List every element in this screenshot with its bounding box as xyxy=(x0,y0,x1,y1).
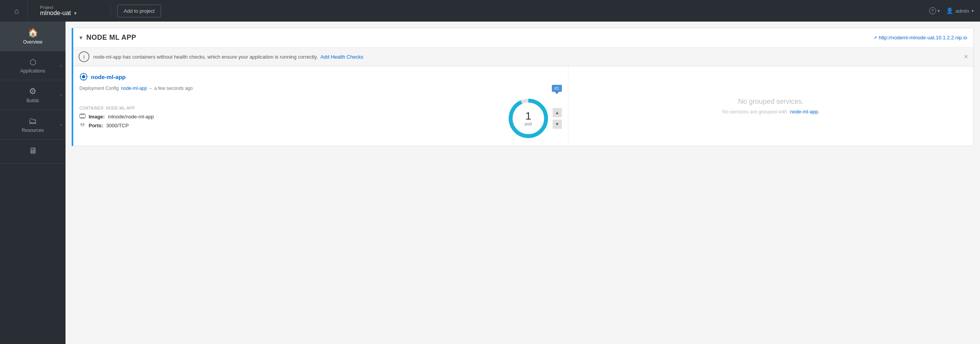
container-section: CONTAINER: NODE-ML-APP Image: xyxy=(79,97,562,140)
home-icon: ⌂ xyxy=(14,7,19,15)
app-url: http://nodeml-mlnode-uat.10.1.2.2.nip.io xyxy=(879,35,967,40)
overview-icon: 🏠 xyxy=(28,28,38,38)
image-label: Image: xyxy=(89,114,105,120)
external-link-icon: ↗ xyxy=(873,35,877,40)
collapse-icon[interactable]: ▾ xyxy=(79,34,82,41)
builds-arrow-icon: › xyxy=(61,93,62,97)
pod-circle: 1 pod xyxy=(507,97,550,140)
sidebar-item-builds[interactable]: ⚙ Builds › xyxy=(0,80,66,110)
sidebar-item-storage[interactable]: 🖥 xyxy=(0,140,66,164)
deployment-config-icon xyxy=(79,73,88,81)
top-nav: ⌂ Project mlnode-uat ▾ Add to project ? … xyxy=(0,0,980,22)
user-avatar-icon: 👤 xyxy=(946,7,953,14)
sidebar-item-overview-label: Overview xyxy=(23,39,42,45)
help-button[interactable]: ? ▾ xyxy=(929,7,940,14)
project-chevron-icon: ▾ xyxy=(74,10,77,16)
pod-circle-text: 1 pod xyxy=(525,111,532,126)
user-name: admin xyxy=(956,8,969,14)
sidebar-item-applications[interactable]: ⬡ Applications › xyxy=(0,51,66,80)
applications-arrow-icon: › xyxy=(61,64,62,68)
project-selector[interactable]: Project mlnode-uat ▾ xyxy=(34,5,111,17)
applications-icon: ⬡ xyxy=(30,57,36,67)
user-chevron-icon: ▾ xyxy=(972,8,974,13)
app-body: node-ml-app Deployment Config node-ml-ap… xyxy=(73,66,973,146)
no-grouped-services-text: No services are grouped with xyxy=(722,109,787,115)
app-external-link[interactable]: ↗ http://nodeml-mlnode-uat.10.1.2.2.nip.… xyxy=(873,35,967,40)
container-label: CONTAINER: NODE-ML-APP xyxy=(79,106,499,110)
ports-icon xyxy=(79,122,86,129)
deployment-panel: node-ml-app Deployment Config node-ml-ap… xyxy=(73,66,568,146)
ports-value: 3000/TCP xyxy=(106,123,129,128)
app-title: NODE ML APP xyxy=(86,34,873,42)
resources-arrow-icon: › xyxy=(61,123,62,127)
warning-text: node-ml-app has containers without healt… xyxy=(93,54,960,60)
sidebar-item-applications-label: Applications xyxy=(20,68,45,74)
project-name: mlnode-uat ▾ xyxy=(40,10,104,17)
no-grouped-services-link[interactable]: node-ml-app. xyxy=(790,109,820,115)
app-card-header: ▾ NODE ML APP ↗ http://nodeml-mlnode-uat… xyxy=(73,28,973,47)
image-icon xyxy=(79,113,86,120)
deployment-time: a few seconds ago xyxy=(154,86,193,91)
deployment-config-label: Deployment Config xyxy=(79,86,119,91)
add-health-checks-link[interactable]: Add Health Checks xyxy=(320,54,363,60)
deployment-title: node-ml-app xyxy=(79,73,562,81)
image-row: Image: mlnode/node-ml-app xyxy=(79,113,499,120)
warning-message: node-ml-app has containers without healt… xyxy=(93,54,318,60)
project-label: Project xyxy=(40,5,104,10)
builds-icon: ⚙ xyxy=(29,86,37,96)
app-card: ▾ NODE ML APP ↗ http://nodeml-mlnode-uat… xyxy=(72,28,974,146)
deployment-separator: – xyxy=(149,86,152,91)
info-icon: i xyxy=(79,51,89,62)
ports-label: Ports: xyxy=(89,123,103,128)
deployment-name-link[interactable]: node-ml-app xyxy=(91,74,126,80)
pod-scale-up-button[interactable]: ▲ xyxy=(553,108,562,117)
sidebar: 🏠 Overview ⬡ Applications › ⚙ Builds › 🗂… xyxy=(0,22,66,344)
pod-label: pod xyxy=(525,121,532,126)
project-name-text: mlnode-uat xyxy=(40,10,71,17)
container-info: CONTAINER: NODE-ML-APP Image: xyxy=(79,106,499,131)
deployment-config-link[interactable]: node-ml-app xyxy=(121,86,147,91)
main-content: ▾ NODE ML APP ↗ http://nodeml-mlnode-uat… xyxy=(66,22,980,344)
deployment-meta: Deployment Config node-ml-app – a few se… xyxy=(79,85,562,92)
home-button[interactable]: ⌂ xyxy=(6,0,28,22)
image-value: mlnode/node-ml-app xyxy=(108,114,154,120)
sidebar-item-overview[interactable]: 🏠 Overview xyxy=(0,22,66,51)
add-to-project-button[interactable]: Add to project xyxy=(117,5,161,17)
pod-controls: ▲ ▼ xyxy=(553,108,562,129)
sidebar-item-resources[interactable]: 🗂 Resources › xyxy=(0,110,66,140)
user-menu[interactable]: 👤 admin ▾ xyxy=(946,7,974,14)
pod-circle-wrapper: 1 pod ▲ ▼ xyxy=(507,97,562,140)
warning-banner: i node-ml-app has containers without hea… xyxy=(73,47,973,66)
no-grouped-services-title: No grouped services. xyxy=(738,98,803,106)
ports-row: Ports: 3000/TCP xyxy=(79,122,499,129)
resources-icon: 🗂 xyxy=(29,116,37,126)
svg-point-1 xyxy=(82,75,85,78)
build-number-badge: #1 xyxy=(552,85,562,92)
storage-icon: 🖥 xyxy=(29,146,37,156)
pod-scale-down-button[interactable]: ▼ xyxy=(553,120,562,129)
sidebar-item-builds-label: Builds xyxy=(27,98,39,103)
help-chevron-icon: ▾ xyxy=(938,8,940,13)
warning-close-button[interactable]: × xyxy=(964,53,968,60)
help-circle-icon: ? xyxy=(929,7,936,14)
services-panel: No grouped services. No services are gro… xyxy=(568,66,973,146)
no-grouped-services-desc: No services are grouped with node-ml-app… xyxy=(722,109,819,115)
main-layout: 🏠 Overview ⬡ Applications › ⚙ Builds › 🗂… xyxy=(0,22,980,344)
sidebar-item-resources-label: Resources xyxy=(22,128,44,133)
top-nav-right: ? ▾ 👤 admin ▾ xyxy=(929,7,974,14)
pod-count: 1 xyxy=(525,111,532,121)
